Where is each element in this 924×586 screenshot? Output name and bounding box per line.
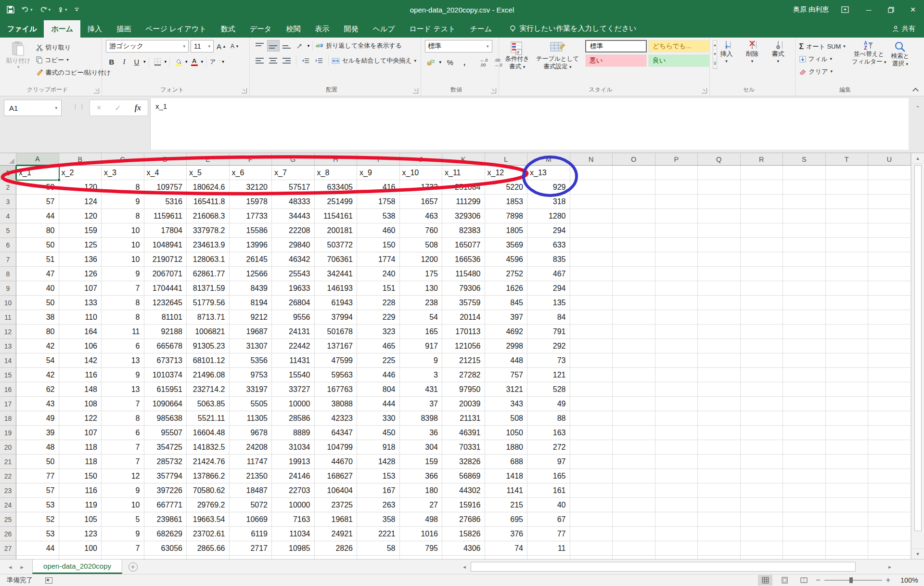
cell-D1[interactable]: x_4 — [144, 166, 187, 180]
cell-R10[interactable] — [741, 296, 783, 310]
cell-M2[interactable]: 929 — [527, 180, 570, 195]
cell-G7[interactable]: 46342 — [272, 252, 315, 267]
cell-U15[interactable] — [868, 368, 911, 382]
row-header-5[interactable]: 5 — [0, 223, 16, 238]
share-button[interactable]: 共有 — [884, 25, 924, 38]
cell-E14[interactable]: 68101.12 — [187, 353, 230, 368]
cell-K4[interactable]: 329306 — [442, 209, 485, 223]
cell-Q16[interactable] — [698, 382, 741, 397]
cell-Q14[interactable] — [698, 353, 741, 368]
cell-M28[interactable] — [527, 556, 570, 559]
cell-L8[interactable]: 2752 — [485, 267, 528, 281]
cell-K5[interactable]: 82383 — [442, 223, 485, 238]
cell-U28[interactable] — [868, 556, 911, 559]
cell-S21[interactable] — [783, 455, 826, 469]
cell-R22[interactable] — [741, 469, 783, 483]
cell-B10[interactable]: 133 — [59, 296, 102, 310]
cell-I5[interactable]: 460 — [357, 223, 400, 238]
merge-center-button[interactable]: セルを結合して中央揃え ▾ — [332, 55, 416, 66]
cell-P23[interactable] — [655, 483, 698, 498]
cell-O4[interactable] — [613, 209, 655, 223]
cell-E3[interactable]: 165411.8 — [187, 195, 230, 209]
cell-B26[interactable]: 123 — [59, 527, 102, 541]
cell-I15[interactable]: 446 — [357, 368, 400, 382]
cell-L1[interactable]: x_12 — [485, 166, 528, 180]
cell-C6[interactable]: 10 — [102, 238, 144, 252]
cell-M26[interactable]: 77 — [527, 527, 570, 541]
cell-M14[interactable]: 73 — [527, 353, 570, 368]
cell-K16[interactable]: 97950 — [442, 382, 485, 397]
cell-S9[interactable] — [783, 281, 826, 296]
cell-U23[interactable] — [868, 483, 911, 498]
cell-A24[interactable]: 53 — [16, 498, 59, 512]
cell-L5[interactable]: 1805 — [485, 223, 528, 238]
cell-Q22[interactable] — [698, 469, 741, 483]
cell-C19[interactable]: 6 — [102, 426, 144, 440]
confirm-entry-icon[interactable]: ✓ — [115, 104, 121, 113]
cell-O27[interactable] — [613, 541, 655, 556]
cell-U2[interactable] — [868, 180, 911, 195]
cell-B23[interactable]: 116 — [59, 483, 102, 498]
cell-M17[interactable]: 49 — [527, 397, 570, 411]
clipboard-dialog-launcher[interactable]: ↘ — [94, 88, 99, 93]
column-header-H[interactable]: H — [315, 153, 358, 166]
fill-color-button[interactable] — [173, 56, 184, 68]
normal-view-button[interactable] — [758, 575, 772, 586]
row-header-2[interactable]: 2 — [0, 180, 16, 195]
cell-S27[interactable] — [783, 541, 826, 556]
cell-D22[interactable]: 357794 — [144, 469, 187, 483]
cell-H5[interactable]: 200181 — [315, 223, 358, 238]
tab-formulas[interactable]: 数式 — [214, 20, 243, 38]
row-header-3[interactable]: 3 — [0, 195, 16, 209]
italic-button[interactable]: I — [118, 56, 130, 68]
cell-G22[interactable]: 24146 — [272, 469, 315, 483]
cell-U21[interactable] — [868, 455, 911, 469]
cell-L26[interactable]: 376 — [485, 527, 528, 541]
cell-M4[interactable]: 1280 — [527, 209, 570, 223]
cell-B14[interactable]: 142 — [59, 353, 102, 368]
cell-K7[interactable]: 166536 — [442, 252, 485, 267]
cell-M24[interactable]: 40 — [527, 498, 570, 512]
clear-dropdown-icon[interactable]: ▾ — [831, 69, 833, 74]
autosum-button[interactable]: Σ オート SUM ▾ — [799, 41, 846, 52]
name-box[interactable]: A1 ▾ — [4, 100, 62, 116]
tab-developer[interactable]: 開発 — [336, 20, 365, 38]
column-header-D[interactable]: D — [144, 153, 187, 166]
cell-K6[interactable]: 165077 — [442, 238, 485, 252]
row-header-1[interactable]: 1 — [0, 166, 16, 180]
cell-A15[interactable]: 42 — [16, 368, 59, 382]
cell-G6[interactable]: 29840 — [272, 238, 315, 252]
cell-J11[interactable]: 54 — [400, 310, 443, 325]
cell-O14[interactable] — [613, 353, 655, 368]
cell-Q2[interactable] — [698, 180, 741, 195]
cell-K9[interactable]: 79306 — [442, 281, 485, 296]
cell-H4[interactable]: 1154161 — [315, 209, 358, 223]
phonetic-guide-button[interactable]: ア゛ — [209, 56, 221, 68]
cell-H25[interactable]: 19681 — [315, 512, 358, 527]
cell-H2[interactable]: 633405 — [315, 180, 358, 195]
find-select-button[interactable]: 検索と 選択 ▾ — [889, 40, 912, 77]
cell-I16[interactable]: 804 — [357, 382, 400, 397]
select-all-corner[interactable] — [0, 153, 16, 166]
cell-U20[interactable] — [868, 440, 911, 455]
cell-A14[interactable]: 54 — [16, 353, 59, 368]
cell-P1[interactable] — [655, 166, 698, 180]
cell-U12[interactable] — [868, 325, 911, 339]
cell-O3[interactable] — [613, 195, 655, 209]
cell-F9[interactable]: 8439 — [230, 281, 272, 296]
cell-C24[interactable]: 10 — [102, 498, 144, 512]
tab-help[interactable]: ヘルプ — [365, 20, 402, 38]
cell-D9[interactable]: 1704441 — [144, 281, 187, 296]
clear-button[interactable]: クリア ▾ — [799, 66, 846, 77]
cell-F1[interactable]: x_6 — [230, 166, 272, 180]
row-header-4[interactable]: 4 — [0, 209, 16, 223]
cell-K27[interactable]: 4306 — [442, 541, 485, 556]
cell-R2[interactable] — [741, 180, 783, 195]
formula-input[interactable]: x_1 — [150, 98, 909, 150]
number-format-select[interactable]: 標準▾ — [425, 40, 492, 52]
cell-T11[interactable] — [826, 310, 869, 325]
cell-S19[interactable] — [783, 426, 826, 440]
cell-T23[interactable] — [826, 483, 869, 498]
cell-S1[interactable] — [783, 166, 826, 180]
tab-team[interactable]: チーム — [462, 20, 499, 38]
